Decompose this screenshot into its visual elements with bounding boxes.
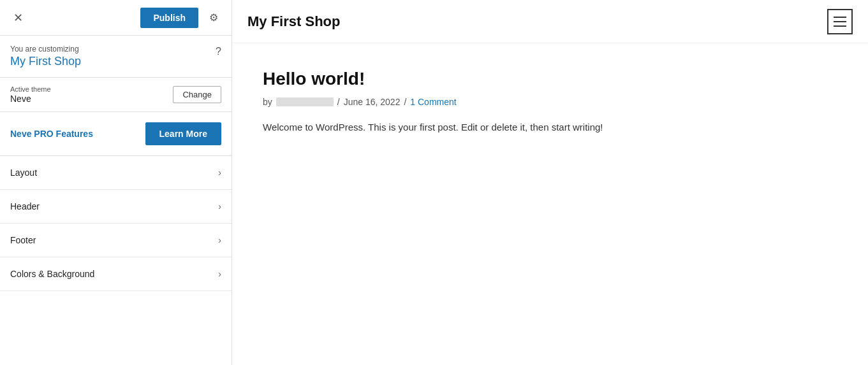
menu-item-footer-label: Footer [10, 235, 36, 245]
pro-features-banner: Neve PRO Features Learn More [0, 112, 232, 156]
top-bar: ✕ Publish ⚙ [0, 0, 232, 36]
site-header: My First Shop [232, 0, 868, 43]
hamburger-line [834, 17, 846, 18]
customizing-section: You are customizing My First Shop ? [0, 36, 232, 78]
help-icon[interactable]: ? [216, 46, 221, 57]
shop-name: My First Shop [10, 55, 81, 68]
post-content: Welcome to WordPress. This is your first… [263, 120, 837, 135]
post-meta: by / June 16, 2022 / 1 Comment [263, 97, 837, 107]
hamburger-line [834, 25, 846, 27]
publish-button[interactable]: Publish [140, 8, 198, 28]
customizer-panel: ✕ Publish ⚙ You are customizing My First… [0, 0, 232, 365]
hamburger-line [834, 21, 846, 22]
site-title: My First Shop [247, 13, 340, 30]
chevron-right-icon: › [218, 269, 221, 279]
post-meta-by: by [263, 97, 272, 107]
theme-name: Neve [10, 94, 51, 104]
change-theme-button[interactable]: Change [173, 86, 221, 103]
preview-panel: My First Shop Hello world! by / June 16,… [232, 0, 868, 365]
menu-item-header-label: Header [10, 201, 40, 211]
content-area: Hello world! by / June 16, 2022 / 1 Comm… [232, 43, 868, 365]
post-meta-author [276, 97, 334, 106]
menu-item-layout-label: Layout [10, 168, 37, 178]
post-title: Hello world! [263, 69, 837, 89]
post-meta-date: June 16, 2022 [344, 97, 401, 107]
learn-more-button[interactable]: Learn More [145, 122, 221, 145]
chevron-right-icon: › [218, 235, 221, 245]
menu-item-colors-background[interactable]: Colors & Background › [0, 257, 232, 291]
active-theme-label: Active theme [10, 85, 51, 93]
chevron-right-icon: › [218, 201, 221, 211]
pro-features-label: Neve PRO Features [10, 129, 93, 139]
active-theme-section: Active theme Neve Change [0, 78, 232, 112]
gear-icon: ⚙ [209, 11, 218, 24]
close-button[interactable]: ✕ [8, 8, 28, 28]
settings-gear-button[interactable]: ⚙ [203, 8, 224, 28]
menu-item-layout[interactable]: Layout › [0, 156, 232, 190]
post-meta-comment[interactable]: 1 Comment [410, 97, 456, 107]
menu-item-footer[interactable]: Footer › [0, 224, 232, 257]
menu-item-colors-background-label: Colors & Background [10, 269, 94, 279]
chevron-right-icon: › [218, 168, 221, 178]
menu-item-header[interactable]: Header › [0, 190, 232, 224]
hamburger-menu-button[interactable] [827, 9, 853, 34]
customizer-menu-list: Layout › Header › Footer › Colors & Back… [0, 156, 232, 365]
post-meta-divider2: / [404, 97, 406, 107]
post-meta-divider1: / [337, 97, 340, 107]
customizing-label: You are customizing [10, 45, 81, 54]
